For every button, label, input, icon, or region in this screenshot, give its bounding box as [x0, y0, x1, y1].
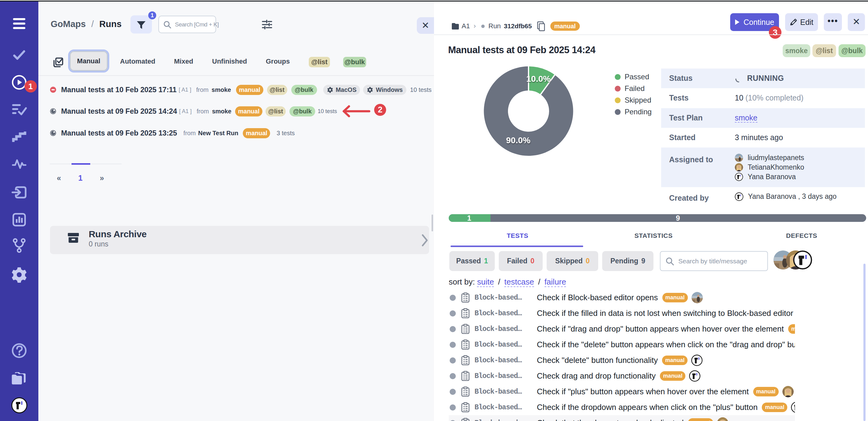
svg-text:90.0%: 90.0% [506, 136, 530, 145]
svg-text:10.0%: 10.0% [526, 74, 551, 84]
